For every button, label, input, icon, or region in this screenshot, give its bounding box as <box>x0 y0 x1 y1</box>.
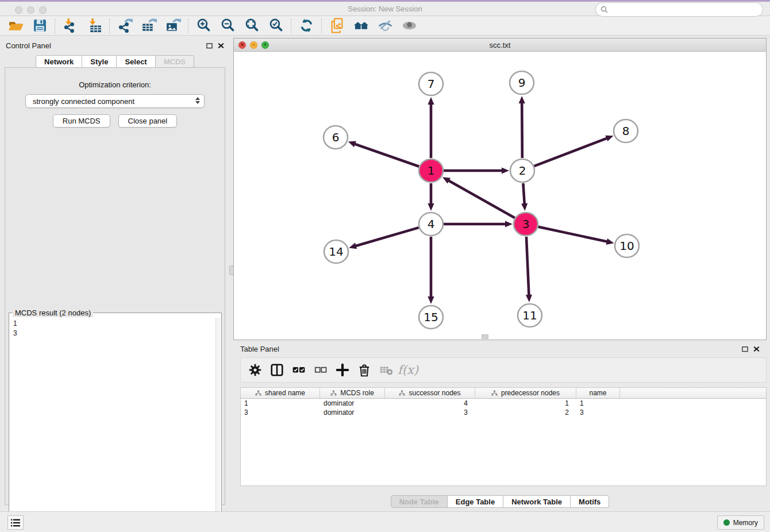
mcds-result-scrollbar[interactable] <box>215 318 221 526</box>
close-panel-icon[interactable] <box>218 43 224 49</box>
toolbar-separator <box>109 18 110 33</box>
document-share-button[interactable] <box>325 17 349 34</box>
optimization-criterion-select[interactable]: strongly connected component <box>25 94 205 108</box>
cell-name[interactable]: 3 <box>576 408 620 417</box>
memory-button[interactable]: Memory <box>717 515 764 530</box>
refresh-button[interactable] <box>294 17 318 34</box>
clear-checks-button[interactable] <box>311 360 330 380</box>
cell-successor-nodes[interactable]: 3 <box>385 408 475 417</box>
column-header-shared-name[interactable]: shared name <box>241 388 320 398</box>
graph-node-7[interactable]: 7 <box>419 72 443 95</box>
cell-MCDS-role[interactable]: dominator <box>320 408 385 417</box>
zoom-fit-button[interactable] <box>240 17 264 34</box>
edge-arrowhead-3-11 <box>526 295 532 302</box>
cell-shared-name[interactable]: 1 <box>241 399 320 408</box>
tab-select[interactable]: Select <box>117 55 155 68</box>
export-network-button[interactable] <box>113 17 137 34</box>
split-columns-button[interactable] <box>267 360 287 380</box>
gear-button[interactable] <box>245 360 265 380</box>
edge-3-11[interactable] <box>526 237 529 296</box>
network-window-titlebar[interactable]: ✕ − + scc.txt <box>234 38 766 52</box>
edge-4-14[interactable] <box>355 228 419 246</box>
zoom-in-button[interactable] <box>191 17 215 34</box>
float-panel-icon[interactable] <box>206 43 213 49</box>
tab-style[interactable]: Style <box>82 55 117 68</box>
graph-node-6[interactable]: 6 <box>324 126 348 149</box>
save-floppy-button[interactable] <box>28 17 52 34</box>
graph-node-9[interactable]: 9 <box>510 71 534 94</box>
save-floppy-icon <box>32 18 48 33</box>
graph-node-11[interactable]: 11 <box>518 304 542 327</box>
edge-2-3[interactable] <box>523 183 524 205</box>
trash-button[interactable] <box>355 360 374 380</box>
table-row[interactable]: 1dominator411 <box>241 399 766 408</box>
close-table-panel-icon[interactable] <box>753 346 760 352</box>
zoom-out-button[interactable] <box>215 17 240 34</box>
graph-node-2[interactable]: 2 <box>510 159 534 182</box>
edge-arrowhead-1-6 <box>348 141 356 148</box>
open-folder-button[interactable] <box>3 17 28 34</box>
tab-edge-table[interactable]: Edge Table <box>448 495 503 508</box>
table-row[interactable]: 3dominator323 <box>241 408 766 417</box>
tab-motifs[interactable]: Motifs <box>571 495 609 508</box>
minimize-view-button[interactable]: − <box>250 41 257 49</box>
graph-node-4[interactable]: 4 <box>419 213 443 236</box>
task-history-button[interactable] <box>7 515 24 530</box>
cell-name[interactable]: 1 <box>576 399 620 408</box>
graph-node-1[interactable]: 1 <box>419 159 443 182</box>
export-image-button[interactable] <box>161 17 185 34</box>
graph-node-14[interactable]: 14 <box>324 240 348 263</box>
search-input[interactable] <box>611 6 758 14</box>
column-header-successor-nodes[interactable]: successor nodes <box>385 388 475 398</box>
node-label-8: 8 <box>622 124 630 138</box>
zoom-selected-button[interactable] <box>264 17 288 34</box>
tab-mcds[interactable]: MCDS <box>156 55 194 68</box>
cell-MCDS-role[interactable]: dominator <box>320 399 385 408</box>
graph-node-8[interactable]: 8 <box>614 119 638 142</box>
memory-status-led-icon <box>723 519 730 526</box>
network-canvas[interactable]: 7968124314101511 <box>234 52 766 340</box>
toolbar-separator <box>321 18 322 33</box>
minimize-window-button[interactable] <box>27 6 34 14</box>
table-panel: Table Panel f(x) shared name MCDS role s… <box>233 341 767 509</box>
double-house-button[interactable] <box>349 17 373 34</box>
edge-2-9[interactable] <box>522 102 522 158</box>
mcds-result-box[interactable]: 1 3 <box>10 318 215 526</box>
network-window-controls: ✕ − + <box>238 41 269 49</box>
edge-2-8[interactable] <box>534 138 609 166</box>
graph-node-3[interactable]: 3 <box>514 213 538 236</box>
cell-shared-name[interactable]: 3 <box>241 408 320 417</box>
column-header-name[interactable]: name <box>576 388 620 398</box>
cell-predecessor-nodes[interactable]: 2 <box>475 408 576 417</box>
edge-3-1[interactable] <box>448 180 515 218</box>
tab-node-table[interactable]: Node Table <box>391 495 448 508</box>
close-view-button[interactable]: ✕ <box>238 41 246 49</box>
maximize-view-button[interactable]: + <box>261 41 269 49</box>
cell-predecessor-nodes[interactable]: 1 <box>475 399 576 408</box>
column-header-MCDS-role[interactable]: MCDS role <box>320 388 385 398</box>
tab-network[interactable]: Network <box>36 55 82 68</box>
eye-slash-button[interactable] <box>373 17 397 34</box>
edge-1-6[interactable] <box>353 144 419 167</box>
column-header-predecessor-nodes[interactable]: predecessor nodes <box>475 388 576 398</box>
zoom-out-icon <box>220 18 236 33</box>
resize-grip[interactable] <box>482 334 488 339</box>
import-table-button[interactable] <box>82 17 106 34</box>
run-mcds-button[interactable]: Run MCDS <box>53 114 110 128</box>
tab-network-table[interactable]: Network Table <box>503 495 571 508</box>
export-table-button[interactable] <box>137 17 161 34</box>
import-network-button[interactable] <box>58 17 82 34</box>
plus-button[interactable] <box>333 360 352 380</box>
float-table-panel-icon[interactable] <box>742 346 748 352</box>
eye-button[interactable] <box>397 17 421 34</box>
graph-node-10[interactable]: 10 <box>615 234 639 257</box>
select-all-checks-button[interactable] <box>289 360 309 380</box>
close-panel-button[interactable]: Close panel <box>118 114 178 128</box>
close-window-button[interactable] <box>15 6 22 14</box>
zoom-window-button[interactable] <box>39 6 47 14</box>
graph-node-15[interactable]: 15 <box>419 306 443 329</box>
cell-successor-nodes[interactable]: 4 <box>385 399 475 408</box>
edge-3-10[interactable] <box>538 227 609 242</box>
split-columns-icon <box>270 363 284 377</box>
search-box[interactable] <box>595 2 763 17</box>
